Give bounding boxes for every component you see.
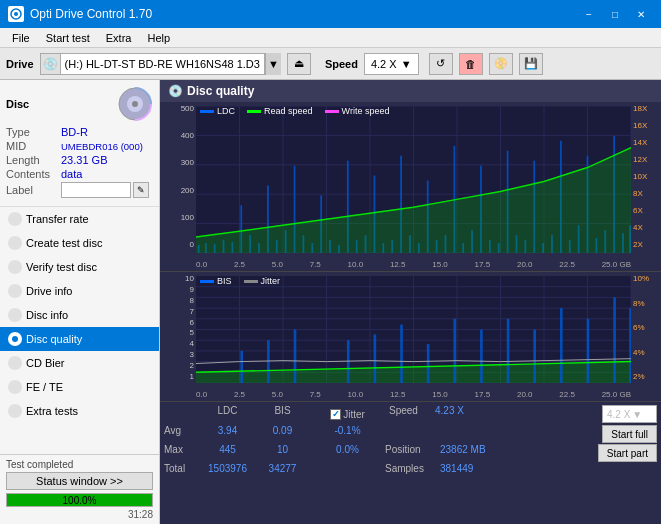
nav-label-drive-info: Drive info (26, 285, 72, 297)
nav-label-fe-te: FE / TE (26, 381, 63, 393)
max-jitter: 0.0% (310, 444, 385, 462)
jitter-color (244, 280, 258, 283)
label-input[interactable] (61, 182, 131, 198)
menu-start-test[interactable]: Start test (38, 31, 98, 45)
label-edit-button[interactable]: ✎ (133, 182, 149, 198)
start-full-container: Start full (602, 425, 657, 443)
disc-type-row: Type BD-R (6, 126, 153, 138)
drive-dropdown-arrow[interactable]: ▼ (265, 53, 281, 75)
read-speed-color (247, 110, 261, 113)
sidebar-item-cd-bier[interactable]: CD Bier (0, 351, 159, 375)
sidebar: Disc Type BD-R MID UMEBDR016 (000) Lengt… (0, 80, 160, 524)
sidebar-item-drive-info[interactable]: Drive info (0, 279, 159, 303)
svg-rect-96 (240, 351, 243, 383)
lower-chart-svg (196, 276, 631, 383)
speed-selector-bottom[interactable]: 4.2 X ▼ (602, 405, 657, 423)
titlebar: Opti Drive Control 1.70 − □ ✕ (0, 0, 661, 28)
speed-dropdown[interactable]: 4.2 X ▼ (602, 405, 657, 423)
nav-dot-disc-info (8, 308, 22, 322)
drive-selector[interactable]: 💿 (H:) HL-DT-ST BD-RE WH16NS48 1.D3 ▼ (40, 53, 281, 75)
svg-rect-104 (480, 330, 483, 384)
sidebar-item-verify-test-disc[interactable]: Verify test disc (0, 255, 159, 279)
stats-avg-row: Avg 3.94 0.09 -0.1% Start full (164, 425, 657, 443)
drive-disc-icon: 💿 (40, 53, 60, 75)
nav-label-disc-info: Disc info (26, 309, 68, 321)
sidebar-item-create-test-disc[interactable]: Create test disc (0, 231, 159, 255)
eject-button[interactable]: ⏏ (287, 53, 311, 75)
svg-rect-103 (453, 319, 456, 383)
disc-contents-row: Contents data (6, 168, 153, 180)
app-title: Opti Drive Control 1.70 (30, 7, 152, 21)
sidebar-item-fe-te[interactable]: FE / TE (0, 375, 159, 399)
menu-file[interactable]: File (4, 31, 38, 45)
col-header-ldc: LDC (200, 405, 255, 423)
erase-button[interactable]: 🗑 (459, 53, 483, 75)
legend-ldc-label: LDC (217, 106, 235, 116)
speed-selector[interactable]: 4.2 X ▼ (364, 53, 419, 75)
minimize-button[interactable]: − (577, 4, 601, 24)
jitter-checkbox[interactable]: ✓ (330, 409, 341, 420)
start-part-container: Start part (598, 444, 657, 462)
write-speed-color (325, 110, 339, 113)
drivebar: Drive 💿 (H:) HL-DT-ST BD-RE WH16NS48 1.D… (0, 48, 661, 80)
start-full-button[interactable]: Start full (602, 425, 657, 443)
status-section: Test completed Status window >> 100.0% 3… (0, 454, 159, 524)
bis-color (200, 280, 214, 283)
position-label: Position (385, 444, 440, 462)
lower-chart-inner (196, 276, 631, 383)
legend-ldc: LDC (200, 106, 235, 116)
upper-legend: LDC Read speed Write speed (200, 106, 389, 116)
length-value: 23.31 GB (61, 154, 107, 166)
menu-help[interactable]: Help (139, 31, 178, 45)
lower-y-labels-right: 10%8%6%4%2% (631, 272, 661, 383)
refresh-button[interactable]: ↺ (429, 53, 453, 75)
samples-label: Samples (385, 463, 440, 474)
disc-mid-row: MID UMEBDR016 (000) (6, 140, 153, 152)
drive-select[interactable]: (H:) HL-DT-ST BD-RE WH16NS48 1.D3 (60, 53, 265, 75)
app-title-group: Opti Drive Control 1.70 (8, 6, 152, 22)
legend-bis: BIS (200, 276, 232, 286)
lower-y-labels-left: 10987654321 (160, 272, 196, 383)
nav-dot-verify (8, 260, 22, 274)
legend-bis-label: BIS (217, 276, 232, 286)
max-bis: 10 (255, 444, 310, 462)
lower-chart: BIS Jitter 10987654321 10%8%6%4%2% (160, 272, 661, 402)
menu-extra[interactable]: Extra (98, 31, 140, 45)
max-position: 23862 MB (440, 444, 486, 462)
sidebar-item-transfer-rate[interactable]: Transfer rate (0, 207, 159, 231)
stats-total-row: Total 1503976 34277 Samples 381449 (164, 463, 657, 474)
col-header-jitter: Jitter (343, 409, 365, 420)
svg-point-5 (12, 336, 18, 342)
maximize-button[interactable]: □ (603, 4, 627, 24)
drive-label: Drive (6, 58, 34, 70)
menubar: File Start test Extra Help (0, 28, 661, 48)
legend-write-speed-label: Write speed (342, 106, 390, 116)
nav-dot-drive-info (8, 284, 22, 298)
save-button[interactable]: 💾 (519, 53, 543, 75)
sidebar-item-disc-info[interactable]: Disc info (0, 303, 159, 327)
legend-write-speed: Write speed (325, 106, 390, 116)
length-label: Length (6, 154, 61, 166)
upper-chart: LDC Read speed Write speed 5004003002001… (160, 102, 661, 272)
jitter-checkbox-group[interactable]: ✓ Jitter (310, 405, 385, 423)
speed-value[interactable]: 4.2 X ▼ (364, 53, 419, 75)
stats-headers: LDC BIS ✓ Jitter Speed 4.23 X 4.2 X ▼ (164, 405, 657, 423)
close-button[interactable]: ✕ (629, 4, 653, 24)
type-value: BD-R (61, 126, 88, 138)
speed-dropdown-value: 4.2 X (607, 409, 630, 420)
upper-x-labels: 0.02.55.07.510.012.515.017.520.022.525.0… (196, 260, 631, 269)
sidebar-item-disc-quality[interactable]: Disc quality (0, 327, 159, 351)
disc-section: Disc Type BD-R MID UMEBDR016 (000) Lengt… (0, 80, 159, 207)
upper-chart-inner (196, 106, 631, 253)
avg-label: Avg (164, 425, 200, 443)
legend-read-speed: Read speed (247, 106, 313, 116)
status-window-button[interactable]: Status window >> (6, 472, 153, 490)
nav-dot-transfer (8, 212, 22, 226)
start-part-button[interactable]: Start part (598, 444, 657, 462)
stats-section: LDC BIS ✓ Jitter Speed 4.23 X 4.2 X ▼ (160, 402, 661, 477)
jitter-check-mark: ✓ (332, 409, 340, 419)
sidebar-item-extra-tests[interactable]: Extra tests (0, 399, 159, 423)
svg-rect-105 (507, 319, 510, 383)
burn-button[interactable]: 📀 (489, 53, 513, 75)
nav-dot-extra (8, 404, 22, 418)
